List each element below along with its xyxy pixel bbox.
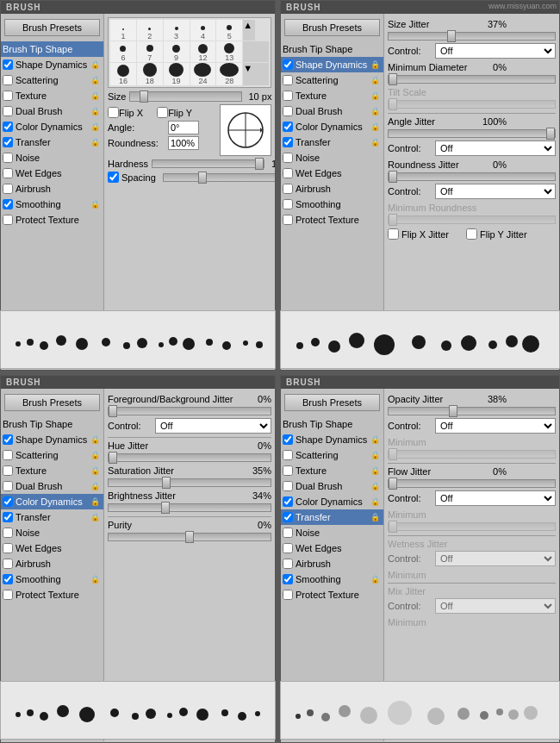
sidebar-item-brush-tip-q4[interactable]: Brush Tip Shape <box>281 416 383 432</box>
roundness-input[interactable] <box>168 136 199 150</box>
sidebar-item-airbrush-q2[interactable]: Airbrush <box>281 181 383 197</box>
purity-slider[interactable] <box>108 533 271 541</box>
checkbox-texture-q2[interactable] <box>283 91 293 101</box>
min-diameter-slider[interactable] <box>388 75 556 84</box>
fg-bg-jitter-slider[interactable] <box>108 407 271 415</box>
checkbox-dual-brush-q1[interactable] <box>3 106 13 116</box>
checkbox-air-q3[interactable] <box>3 559 13 569</box>
checkbox-airbrush-q1[interactable] <box>3 184 13 194</box>
sidebar-item-sd-q4[interactable]: Shape Dynamics 🔒 <box>281 432 383 447</box>
min-opacity-slider[interactable] <box>388 450 556 459</box>
sidebar-item-shape-dynamics-q2[interactable]: Shape Dynamics 🔒 <box>281 57 383 72</box>
angle-input[interactable] <box>168 121 199 134</box>
sidebar-item-dual-brush-q2[interactable]: Dual Brush 🔒 <box>281 103 383 119</box>
checkbox-transfer-q2[interactable] <box>283 137 293 147</box>
sidebar-item-smoothing-q1[interactable]: Smoothing 🔒 <box>1 197 103 212</box>
sidebar-item-airbrush-q1[interactable]: Airbrush <box>1 181 103 197</box>
brush-cell[interactable]: 6 <box>110 41 136 62</box>
checkbox-smooth-q2[interactable] <box>283 199 293 209</box>
scroll-down[interactable]: ▼ <box>243 63 269 85</box>
control-select-2[interactable]: Off <box>435 140 556 156</box>
sidebar-item-smoothing-q2[interactable]: Smoothing <box>281 197 383 212</box>
checkbox-smooth-q4[interactable] <box>283 574 293 584</box>
checkbox-transfer-q3[interactable] <box>3 512 13 522</box>
flow-jitter-slider[interactable] <box>388 479 556 488</box>
sidebar-item-texture-q2[interactable]: Texture 🔒 <box>281 88 383 103</box>
brush-cell[interactable]: 1 <box>110 20 136 41</box>
checkbox-texture-q3[interactable] <box>3 465 13 476</box>
control-select-t1[interactable]: Off <box>435 418 556 434</box>
checkbox-wet-q2[interactable] <box>283 168 293 178</box>
control-select-t3[interactable]: Off <box>435 551 556 566</box>
flip-x-jitter-checkbox[interactable] <box>388 228 399 240</box>
sidebar-item-color-dynamics-q3[interactable]: Color Dynamics 🔒 <box>1 494 103 509</box>
sidebar-item-scattering-q2[interactable]: Scattering 🔒 <box>281 72 383 88</box>
brush-cell[interactable]: 28 <box>216 63 242 85</box>
size-slider[interactable] <box>129 91 242 102</box>
checkbox-sd-q3[interactable] <box>3 434 13 445</box>
brush-cell[interactable]: 24 <box>190 63 216 85</box>
tilt-scale-slider[interactable] <box>388 100 556 109</box>
checkbox-wet-q4[interactable] <box>283 543 293 553</box>
checkbox-air-q2[interactable] <box>283 184 293 194</box>
min-roundness-slider[interactable] <box>388 215 556 224</box>
spacing-checkbox[interactable] <box>108 172 119 183</box>
checkbox-scattering-q4[interactable] <box>283 450 293 460</box>
sidebar-item-noise-q4[interactable]: Noise <box>281 525 383 540</box>
angle-jitter-slider[interactable] <box>388 129 556 138</box>
hardness-slider[interactable] <box>152 159 264 168</box>
checkbox-shape-dynamics-q1[interactable] <box>3 59 13 70</box>
sidebar-item-dual-brush-q1[interactable]: Dual Brush 🔒 <box>1 103 103 119</box>
sidebar-item-brush-tip-q2[interactable]: Brush Tip Shape <box>281 41 383 57</box>
checkbox-sd-q2[interactable] <box>283 59 293 70</box>
roundness-jitter-slider[interactable] <box>388 172 556 181</box>
sidebar-item-transfer-q4[interactable]: Transfer 🔒 <box>281 509 383 525</box>
checkbox-wet-q3[interactable] <box>3 543 13 553</box>
sidebar-item-scattering-q3[interactable]: Scattering 🔒 <box>1 447 103 463</box>
control-select-1[interactable]: Off <box>435 43 556 59</box>
checkbox-transfer-q4[interactable] <box>283 512 293 522</box>
brush-presets-btn-q2[interactable]: Brush Presets <box>284 19 380 36</box>
brush-cell[interactable]: 13 <box>216 41 242 62</box>
sidebar-item-transfer-q1[interactable]: Transfer 🔒 <box>1 134 103 150</box>
bright-jitter-slider[interactable] <box>108 503 271 512</box>
brush-presets-btn-q4[interactable]: Brush Presets <box>284 394 380 411</box>
sidebar-item-dual-q3[interactable]: Dual Brush 🔒 <box>1 478 103 494</box>
checkbox-scattering-q2[interactable] <box>283 75 293 85</box>
brush-cell[interactable]: 18 <box>137 63 163 85</box>
checkbox-texture-q4[interactable] <box>283 465 293 476</box>
brush-cell[interactable]: 9 <box>164 41 190 62</box>
sidebar-item-noise-q3[interactable]: Noise <box>1 525 103 540</box>
sidebar-item-smooth-q3[interactable]: Smoothing 🔒 <box>1 571 103 587</box>
brush-cell[interactable]: 5 <box>216 20 242 41</box>
scroll-up[interactable]: ▲ <box>243 20 255 41</box>
sidebar-item-wet-q3[interactable]: Wet Edges <box>1 540 103 556</box>
sidebar-item-brush-tip-shape-q1[interactable]: Brush Tip Shape <box>1 41 103 57</box>
checkbox-color-q2[interactable] <box>283 122 293 132</box>
brush-cell[interactable]: 12 <box>190 41 216 62</box>
sidebar-item-wet-edges-q1[interactable]: Wet Edges <box>1 165 103 181</box>
flip-y-jitter-checkbox[interactable] <box>466 228 477 240</box>
checkbox-dual-q4[interactable] <box>283 481 293 491</box>
flip-y-label[interactable]: Flip Y <box>157 107 192 118</box>
checkbox-wet-edges-q1[interactable] <box>3 168 13 178</box>
sidebar-item-noise-q2[interactable]: Noise <box>281 150 383 165</box>
checkbox-dual-q2[interactable] <box>283 106 293 116</box>
checkbox-texture-q1[interactable] <box>3 91 13 101</box>
checkbox-noise-q2[interactable] <box>283 153 293 163</box>
brush-cell[interactable]: 2 <box>137 20 163 41</box>
checkbox-scattering-q3[interactable] <box>3 450 13 460</box>
sidebar-item-protect-texture-q1[interactable]: Protect Texture <box>1 212 103 228</box>
sidebar-item-dual-q4[interactable]: Dual Brush 🔒 <box>281 478 383 494</box>
sidebar-item-texture-q3[interactable]: Texture 🔒 <box>1 463 103 478</box>
sidebar-item-texture-q1[interactable]: Texture 🔒 <box>1 88 103 103</box>
sidebar-item-wet-edges-q2[interactable]: Wet Edges <box>281 165 383 181</box>
sidebar-item-shape-dynamics-q1[interactable]: Shape Dynamics 🔒 <box>1 57 103 72</box>
checkbox-noise-q3[interactable] <box>3 528 13 538</box>
checkbox-color-q3[interactable] <box>3 496 13 507</box>
checkbox-protect-texture-q1[interactable] <box>3 215 13 225</box>
checkbox-scattering-q1[interactable] <box>3 75 13 85</box>
brush-presets-btn-q3[interactable]: Brush Presets <box>4 394 100 411</box>
checkbox-color-dynamics-q1[interactable] <box>3 122 13 132</box>
brush-cell[interactable]: 3 <box>164 20 190 41</box>
